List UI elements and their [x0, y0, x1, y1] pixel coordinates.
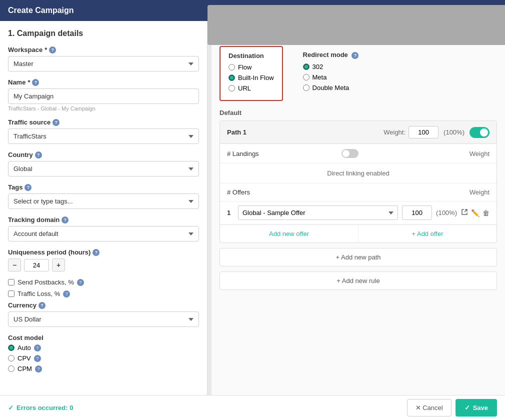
add-new-rule-button[interactable]: + Add new rule [220, 272, 497, 290]
tags-select[interactable]: Select or type tags... [8, 194, 199, 209]
redirect-doublemeta-radio[interactable] [303, 84, 310, 91]
footer-actions: ✕ Cancel ✓ Save [407, 399, 497, 416]
cost-model-group: Cost model Auto ? CPV ? CPM ? [8, 334, 199, 372]
redirect-mode-title: Redirect mode ? [303, 51, 359, 59]
cost-model-cpm-radio[interactable] [8, 366, 14, 372]
dest-url-label: URL [238, 84, 251, 92]
workspace-select[interactable]: Master [8, 56, 199, 72]
offer-edit-button[interactable]: ✏️ [471, 209, 480, 217]
redirect-302-radio[interactable] [303, 64, 310, 70]
main-layout: 1. Campaign details Workspace* ? Master … [0, 21, 505, 420]
cost-model-auto-label: Auto [18, 344, 31, 352]
name-help-icon[interactable]: ? [32, 79, 39, 86]
workspace-help-icon[interactable]: ? [49, 46, 56, 54]
traffic-source-help-icon[interactable]: ? [52, 119, 60, 126]
cost-model-cpv-radio[interactable] [8, 355, 14, 362]
traffic-loss-label: Traffic Loss, % [18, 290, 60, 298]
cost-model-cpv-help-icon[interactable]: ? [34, 355, 41, 362]
redirect-meta-row: Meta [303, 74, 359, 81]
currency-help-icon[interactable]: ? [38, 302, 46, 309]
country-select[interactable]: Global [8, 161, 199, 176]
landings-row: # Landings Weight [220, 144, 496, 164]
country-group: Country ? Global [8, 151, 199, 176]
cost-model-cpm-help-icon[interactable]: ? [35, 366, 42, 372]
redirect-meta-label: Meta [312, 74, 327, 81]
send-postbacks-help-icon[interactable]: ? [77, 279, 84, 286]
offer-actions: ✏️ 🗑 [461, 208, 490, 217]
tracking-domain-group: Tracking domain ? Account default [8, 216, 199, 242]
offer-delete-button[interactable]: 🗑 [482, 209, 490, 217]
offers-label: # Offers [227, 188, 470, 196]
destination-box-title: Destination [228, 52, 274, 60]
tracking-domain-label: Tracking domain ? [8, 216, 199, 224]
send-postbacks-group: Send Postbacks, % ? [8, 278, 199, 286]
uniqueness-input[interactable] [24, 259, 49, 272]
dest-flow-row: Flow [228, 64, 274, 71]
uniqueness-group: Uniqueness period (hours) ? − + [8, 248, 199, 272]
direct-linking-row: Direct linking enabled [220, 164, 496, 184]
save-icon: ✓ [464, 404, 470, 412]
name-input[interactable] [8, 88, 199, 104]
add-buttons-row: Add new offer + Add offer [220, 224, 496, 242]
tracking-domain-help-icon[interactable]: ? [62, 216, 68, 224]
offer-num: 1 [227, 209, 234, 216]
cost-model-auto-radio[interactable] [8, 344, 14, 351]
name-label: Name* ? [8, 78, 199, 86]
cost-model-auto-help-icon[interactable]: ? [34, 344, 41, 352]
redirect-302-row: 302 [303, 63, 359, 70]
left-panel: 1. Campaign details Workspace* ? Master … [0, 21, 208, 420]
workspace-group: Workspace* ? Master [8, 46, 199, 72]
traffic-loss-checkbox[interactable] [8, 290, 14, 297]
increment-button[interactable]: + [52, 258, 65, 272]
offer-weight-input[interactable] [402, 206, 432, 220]
footer: ✓ Errors occurred: 0 ✕ Cancel ✓ Save [0, 395, 505, 420]
dest-builtin-label: Built-In Flow [238, 74, 274, 82]
traffic-source-select[interactable]: TrafficStars [8, 128, 199, 144]
currency-select[interactable]: US Dollar [8, 312, 199, 327]
path-toggle[interactable] [470, 127, 490, 138]
panel-separator [208, 21, 212, 420]
redirect-302-label: 302 [312, 63, 324, 70]
default-section: Default Path 1 Weight: (100%) # Landings [220, 109, 497, 295]
check-icon: ✓ [8, 404, 14, 412]
name-group: Name* ? TrafficStars - Global - My Campa… [8, 78, 199, 112]
landings-toggle[interactable] [342, 149, 358, 158]
dest-flow-label: Flow [238, 64, 252, 71]
currency-label: Currency ? [8, 302, 199, 309]
save-button[interactable]: ✓ Save [456, 399, 497, 416]
offer-row: 1 Global - Sample Offer (100%) ✏ [220, 202, 496, 224]
uniqueness-help-icon[interactable]: ? [92, 249, 100, 256]
add-new-offer-button[interactable]: Add new offer [220, 225, 358, 242]
offer-external-link-button[interactable] [461, 208, 468, 217]
decrement-button[interactable]: − [8, 258, 21, 272]
country-help-icon[interactable]: ? [35, 152, 42, 158]
add-offer-button[interactable]: + Add offer [358, 225, 496, 242]
country-label: Country ? [8, 151, 199, 158]
dest-url-radio[interactable] [228, 85, 235, 92]
name-sublabel: TrafficStars - Global - My Campaign [8, 106, 199, 112]
tags-help-icon[interactable]: ? [24, 184, 32, 191]
right-panel: 2. Destination Destination Flow Built-In… [212, 21, 505, 420]
offer-select[interactable]: Global - Sample Offer [238, 206, 398, 220]
send-postbacks-checkbox[interactable] [8, 279, 14, 286]
dest-builtin-row: Built-In Flow [228, 74, 274, 82]
redirect-mode-help-icon[interactable]: ? [352, 52, 358, 59]
workspace-label: Workspace* ? [8, 46, 199, 54]
tags-label: Tags ? [8, 184, 199, 191]
scroll-thumb[interactable] [208, 5, 505, 45]
traffic-loss-help-icon[interactable]: ? [63, 290, 70, 298]
dest-builtin-radio[interactable] [228, 74, 235, 81]
add-new-path-button[interactable]: + Add new path [220, 248, 497, 266]
landings-label: # Landings [227, 150, 338, 158]
currency-group: Currency ? US Dollar [8, 302, 199, 327]
redirect-mode-box: Redirect mode ? 302 Meta Double Meta [303, 46, 359, 101]
path-card: Path 1 Weight: (100%) # Landings Weight [220, 120, 497, 243]
dest-flow-radio[interactable] [228, 64, 235, 70]
path-weight-input[interactable] [408, 126, 438, 138]
tracking-domain-select[interactable]: Account default [8, 226, 199, 242]
path-weight-pct: (100%) [444, 128, 464, 136]
cancel-button[interactable]: ✕ Cancel [407, 399, 452, 416]
cost-model-cpm-row: CPM ? [8, 365, 199, 372]
uniqueness-label: Uniqueness period (hours) ? [8, 248, 199, 256]
redirect-meta-radio[interactable] [303, 74, 310, 80]
